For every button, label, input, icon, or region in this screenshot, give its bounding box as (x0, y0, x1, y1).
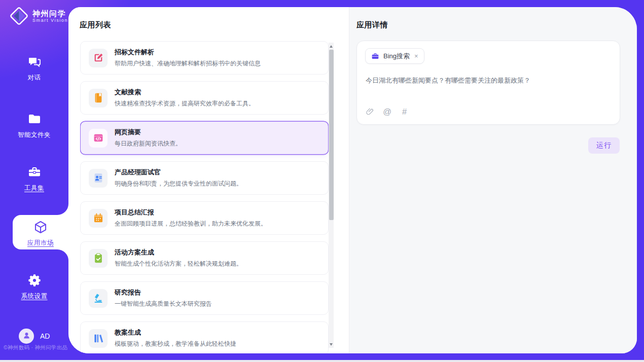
user-name: AD (40, 332, 50, 340)
app-card-desc: 模板驱动，教案秒成，教学准备从此轻松快捷 (115, 340, 236, 348)
app-card-desc: 帮助用户快速、准确地理解和解析招标书中的关键信息 (115, 59, 261, 68)
clipboard-check-icon (93, 252, 104, 264)
bubble-notch-bottom (57, 249, 68, 261)
sidebar-item-label: 对话 (28, 74, 41, 81)
scrollbar[interactable] (329, 43, 334, 348)
app-card-research-report[interactable]: 研究报告 一键智能生成高质量长文本研究报告 (80, 281, 329, 315)
app-card-title: 招标文件解析 (115, 48, 261, 57)
app-card-desc: 全面回顾项目进展，总结经验教训，助力未来优化发展。 (115, 220, 267, 228)
brand-name: 神州问学 (32, 9, 68, 18)
bubble-notch-top (57, 204, 68, 215)
app-card-title: 产品经理面试官 (115, 168, 242, 177)
app-detail-panel: 应用详情 Bing搜索 × 今日湖北有哪些新闻要点？有哪些需要关注的最新政策？ … (349, 7, 637, 353)
sidebar-item-app-market[interactable]: 应用市场 (13, 215, 68, 249)
paperclip-icon[interactable] (366, 107, 374, 116)
app-card-title: 活动方案生成 (115, 248, 242, 257)
prompt-composer[interactable]: Bing搜索 × 今日湖北有哪些新闻要点？有哪些需要关注的最新政策？ @# (356, 41, 620, 125)
sidebar-item-label: 智能文件夹 (18, 131, 51, 138)
gear-icon (0, 273, 68, 288)
diamond-logo-icon (9, 6, 29, 26)
app-card-web-summary[interactable]: 网页摘要 每日政府新闻资讯快查。 (80, 121, 329, 155)
sidebar-item-label: 应用市场 (27, 239, 54, 246)
app-card-title: 网页摘要 (115, 128, 182, 137)
app-detail-title: 应用详情 (356, 20, 388, 30)
edit-document-icon (93, 52, 104, 63)
copyright-footer: ©神州数码 · 神州问学出品 (4, 344, 67, 351)
app-card-desc: 一键智能生成高质量长文本研究报告 (115, 300, 212, 308)
tool-tag-label: Bing搜索 (383, 52, 410, 61)
app-card-bid-parse[interactable]: 招标文件解析 帮助用户快速、准确地理解和解析招标书中的关键信息 (80, 41, 329, 75)
tool-tag-bing-search[interactable]: Bing搜索 × (365, 48, 424, 64)
brand-tagline: Smart Vision (32, 18, 68, 23)
sidebar-item-system-settings[interactable]: 系统设置 (0, 273, 68, 301)
app-card-project-summary[interactable]: 项目总结汇报 全面回顾项目进展，总结经验教训，助力未来优化发展。 (80, 201, 329, 235)
app-card-desc: 明确身份和职责，为您提供专业性的面试问题。 (115, 179, 242, 188)
sidebar-item-smart-folder[interactable]: 智能文件夹 (0, 112, 68, 139)
app-list-panel: 应用列表 招标文件解析 帮助用户快速、准确地理解和解析招标书中的关键信息 文献搜… (68, 7, 349, 353)
main-content: 应用列表 招标文件解析 帮助用户快速、准确地理解和解析招标书中的关键信息 文献搜… (68, 7, 637, 353)
app-card-pm-interviewer[interactable]: 产品经理面试官 明确身份和职责，为您提供专业性的面试问题。 (80, 161, 329, 195)
app-window: 神州问学 Smart Vision 对话 智能文件夹 工具集 应用市场 系统设置… (0, 0, 644, 360)
calendar-icon (93, 212, 104, 224)
app-list-title: 应用列表 (80, 20, 111, 30)
close-icon[interactable]: × (414, 53, 418, 59)
app-card-title: 教案生成 (115, 328, 236, 337)
scrollbar-thumb[interactable] (329, 50, 334, 220)
briefcase-icon (371, 52, 379, 60)
hash-icon[interactable]: # (400, 107, 409, 116)
composer-toolbar: @# (366, 107, 409, 116)
app-card-desc: 智能生成个性化活动方案，轻松解决规划难题。 (115, 260, 242, 268)
browser-code-icon (93, 132, 104, 143)
toolbox-icon (0, 165, 68, 180)
cube-icon (13, 220, 68, 235)
app-card-literature-search[interactable]: 文献搜索 快速精准查找学术资源，提高研究效率的必备工具。 (80, 81, 329, 115)
app-card-title: 项目总结汇报 (115, 208, 267, 217)
app-card-desc: 每日政府新闻资讯快查。 (115, 139, 182, 148)
sidebar-item-chat[interactable]: 对话 (0, 54, 68, 82)
app-card-event-plan[interactable]: 活动方案生成 智能生成个性化活动方案，轻松解决规划难题。 (80, 241, 329, 275)
app-card-desc: 快速精准查找学术资源，提高研究效率的必备工具。 (115, 99, 255, 108)
sidebar-item-label: 工具集 (24, 185, 44, 192)
run-button[interactable]: 运行 (588, 137, 620, 154)
app-list: 招标文件解析 帮助用户快速、准确地理解和解析招标书中的关键信息 文献搜索 快速精… (80, 41, 329, 353)
user-account[interactable]: AD (19, 329, 50, 344)
folder-icon (0, 112, 68, 127)
sidebar-item-label: 系统设置 (21, 293, 48, 300)
interviewer-icon (93, 172, 104, 184)
at-icon[interactable]: @ (383, 107, 391, 116)
app-card-lesson-plan[interactable]: 教案生成 模板驱动，教案秒成，教学准备从此轻松快捷 (80, 321, 329, 353)
brand-logo: 神州问学 Smart Vision (9, 6, 68, 26)
app-card-title: 研究报告 (115, 288, 212, 297)
app-card-title: 文献搜索 (115, 88, 255, 97)
scroll-down-icon[interactable] (329, 341, 334, 347)
books-icon (93, 333, 104, 344)
microscope-icon (93, 293, 104, 304)
sidebar-item-toolset[interactable]: 工具集 (0, 165, 68, 193)
scroll-up-icon[interactable] (329, 43, 334, 49)
query-input[interactable]: 今日湖北有哪些新闻要点？有哪些需要关注的最新政策？ (366, 76, 609, 85)
book-icon (93, 92, 104, 103)
avatar (19, 329, 34, 344)
sidebar: 神州问学 Smart Vision 对话 智能文件夹 工具集 应用市场 系统设置… (0, 0, 68, 360)
user-icon (22, 331, 31, 342)
chat-icon (0, 54, 68, 69)
